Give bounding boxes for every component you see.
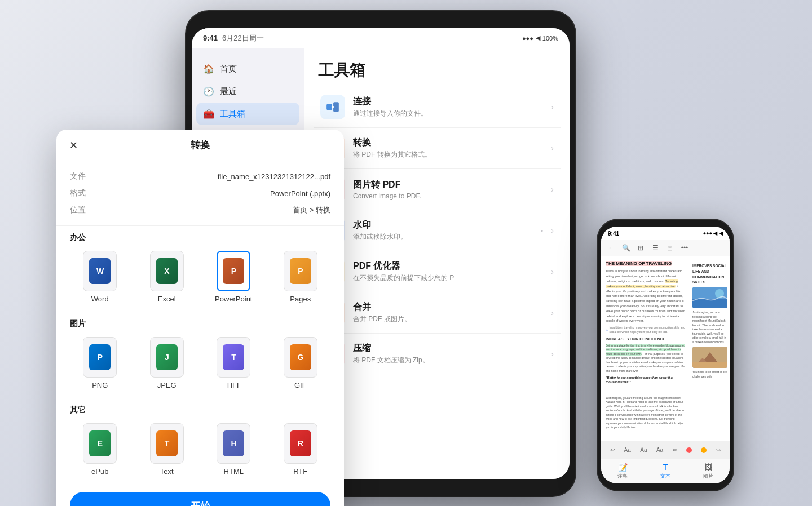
highlight2: Being in a place for the first time wher…: [606, 344, 685, 356]
optimizer-text: PDF 优化器 在不损失品质的前提下减少您的 P: [353, 260, 543, 283]
format-word[interactable]: W Word: [70, 251, 130, 303]
png-label: PNG: [92, 381, 108, 389]
toolbox-title: 工具箱: [304, 48, 570, 87]
format-text[interactable]: T Text: [137, 423, 197, 476]
ann-red-dot[interactable]: [686, 447, 692, 453]
watermark-title: 水印: [353, 219, 532, 231]
location-label: 位置: [70, 205, 98, 215]
html-label: HTML: [224, 467, 244, 476]
file-label: 文件: [70, 171, 98, 181]
sidebar-item-recent[interactable]: 🕐 最近: [192, 80, 304, 103]
start-button[interactable]: 开始: [70, 492, 330, 506]
phone-tab-image[interactable]: 🖼 图片: [687, 463, 730, 480]
format-tiff[interactable]: T TIFF: [204, 337, 264, 389]
close-button[interactable]: ✕: [65, 137, 81, 153]
office-format-grid: W Word X Excel P PowerPoint P Pages: [56, 246, 344, 312]
convert-text: 转换 将 PDF 转换为其它格式。: [353, 137, 543, 159]
epub-letter: E: [98, 439, 103, 448]
format-pages[interactable]: P Pages: [271, 251, 331, 303]
connect-icon: [325, 100, 340, 114]
compress-chevron: ›: [551, 349, 554, 358]
phone-search-btn[interactable]: 🔍: [620, 242, 632, 254]
pages-label: Pages: [290, 295, 311, 303]
ann-text3-btn[interactable]: Aa: [656, 447, 663, 453]
epub-label: ePub: [91, 467, 108, 476]
connect-title: 连接: [353, 96, 543, 108]
phone-tab-text[interactable]: T 文本: [644, 463, 687, 480]
phone-doc-para1: Travel is not just about roaming into di…: [606, 269, 686, 323]
convert-panel: ✕ 转换 文件 file_name_x12312321312122...pdf …: [56, 130, 344, 506]
ann-text2-btn[interactable]: Aa: [640, 447, 647, 453]
connect-text: 连接 通过连接导入你的文件。: [353, 96, 543, 118]
phone-status-icons: ●●● ◀ ◀: [703, 230, 723, 236]
convert-chevron: ›: [551, 144, 554, 153]
format-row: 格式 PowerPoint (.pptx): [70, 185, 330, 202]
ann-orange-dot[interactable]: [701, 447, 707, 453]
ann-undo-btn[interactable]: ↩: [610, 447, 615, 453]
excel-label: Excel: [158, 295, 176, 303]
tool-optimizer[interactable]: PDF 优化器 在不损失品质的前提下减少您的 P ›: [314, 251, 561, 292]
travel-img-svg: [692, 287, 727, 308]
tool-connect[interactable]: 连接 通过连接导入你的文件。 ›: [314, 87, 561, 128]
phone-view-btn[interactable]: ⊟: [664, 242, 676, 254]
svg-rect-0: [326, 104, 332, 110]
jpeg-label: JPEG: [157, 381, 176, 389]
jpeg-format-icon: J: [150, 337, 184, 378]
phone-device: 9:41 ●●● ◀ ◀ ← 🔍 ⊞ ☰ ⊟ ••• THE MEANING O…: [598, 220, 733, 490]
format-html[interactable]: H HTML: [204, 423, 264, 476]
pages-letter: P: [298, 267, 303, 276]
format-excel[interactable]: X Excel: [137, 251, 197, 303]
format-rtf[interactable]: R RTF: [271, 423, 331, 476]
ann-forward-btn[interactable]: ↪: [716, 447, 721, 453]
svg-rect-23: [692, 362, 727, 368]
watermark-desc: 添加或移除水印。: [353, 232, 532, 242]
arrow-icon: [606, 328, 608, 332]
phone-more-btn[interactable]: •••: [679, 242, 690, 254]
phone-doc-quote: "Better to see something once than about…: [606, 375, 686, 385]
format-gif[interactable]: G GIF: [271, 337, 331, 389]
format-epub[interactable]: E ePub: [70, 423, 130, 476]
ann-pen-btn[interactable]: ✏: [673, 447, 677, 453]
mountain-img-svg: [692, 347, 727, 368]
tool-compress[interactable]: 压缩 将 PDF 文档压缩为 Zip。 ›: [314, 334, 561, 374]
phone-doc-area: THE MEANING OF TRAVELING Travel is not j…: [601, 256, 730, 463]
ppt-label: PowerPoint: [215, 295, 252, 303]
svg-rect-18: [692, 299, 727, 308]
sidebar-item-toolbox[interactable]: 🧰 工具箱: [196, 103, 299, 125]
tool-merge[interactable]: 合并 合并 PDF 或图片。 ›: [314, 292, 561, 334]
format-png[interactable]: P PNG: [70, 337, 130, 389]
office-section-title: 办公: [56, 226, 344, 246]
status-time: 9:41: [203, 34, 218, 42]
compress-text: 压缩 将 PDF 文档压缩为 Zip。: [353, 343, 543, 365]
phone-outline-btn[interactable]: ☰: [650, 242, 661, 254]
convert-title: 转换: [353, 137, 543, 149]
image-tab-label: 图片: [703, 473, 713, 480]
phone-right-para1: Just imagine, you are trekking around th…: [692, 310, 727, 344]
phone-back-btn[interactable]: ←: [606, 242, 617, 254]
note-tab-label: 注释: [617, 473, 628, 480]
gif-format-icon: G: [284, 337, 317, 378]
tool-img2pdf[interactable]: 图片转 PDF Convert image to PDF. ›: [314, 169, 561, 210]
format-label: 格式: [70, 188, 98, 198]
phone-doc-right: IMPROVES SOCIAL LIFE AND COMMUNICATION S…: [690, 256, 730, 463]
phone-mountain-image: [692, 347, 727, 368]
optimizer-chevron: ›: [551, 267, 554, 276]
optimizer-title: PDF 优化器: [353, 260, 543, 272]
ppt-letter: P: [231, 267, 236, 276]
format-jpeg[interactable]: J JPEG: [137, 337, 197, 389]
home-icon: 🏠: [203, 63, 214, 74]
format-powerpoint[interactable]: P PowerPoint: [204, 251, 264, 303]
phone-doc-subheading1: INCREASE YOUR CONFIDENCE: [606, 336, 686, 343]
sidebar-item-home[interactable]: 🏠 首页: [192, 57, 304, 80]
compress-desc: 将 PDF 文档压缩为 Zip。: [353, 356, 543, 365]
phone-doc-para2: In addition, traveling improves your com…: [606, 326, 686, 334]
tool-watermark[interactable]: WM 水印 添加或移除水印。 ● ›: [314, 210, 561, 251]
svg-rect-1: [333, 102, 339, 112]
img2pdf-title: 图片转 PDF: [353, 179, 543, 191]
phone-grid-btn[interactable]: ⊞: [635, 242, 646, 254]
doc-heading-highlight: THE MEANING OF TRAVELING: [606, 261, 672, 266]
phone-tab-note[interactable]: 📝 注释: [601, 463, 644, 480]
ann-text-btn[interactable]: Aa: [624, 447, 631, 453]
other-format-grid: E ePub T Text H HTML R RTF: [56, 419, 344, 485]
tool-convert[interactable]: 转换 将 PDF 转换为其它格式。 ›: [314, 128, 561, 169]
